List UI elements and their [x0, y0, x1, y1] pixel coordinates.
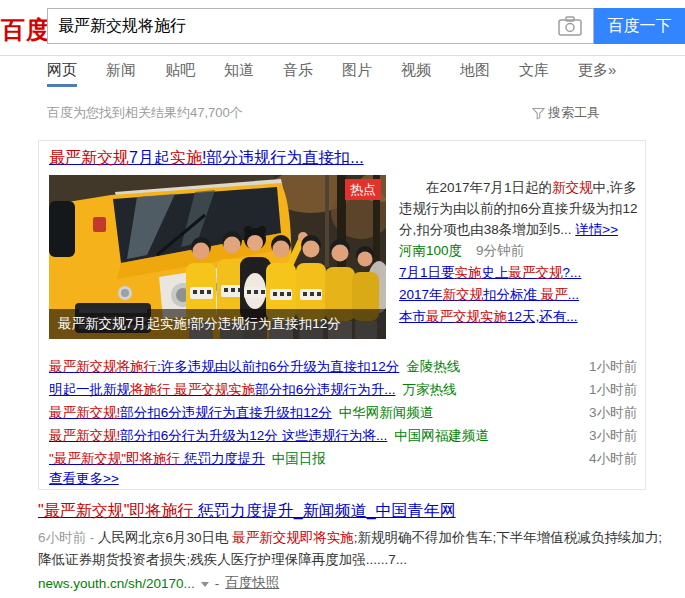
- news-link[interactable]: 明起一批新规将施行 最严交规实施部分扣6分违规行为升...: [49, 378, 396, 401]
- vertical-nav-tabs: 网页 新闻 贴吧 知道 音乐 图片 视频 地图 文库 更多»: [47, 56, 616, 87]
- tab-news[interactable]: 新闻: [106, 56, 136, 87]
- related-link[interactable]: 2017年新交规扣分标准 最严...: [399, 287, 579, 302]
- view-more-link[interactable]: 查看更多>>: [49, 470, 119, 488]
- featured-image[interactable]: 热点 最严新交规7月起实施!部分违规行为直接扣12分: [49, 175, 386, 339]
- tab-maps[interactable]: 地图: [460, 56, 490, 87]
- results-info-bar: 百度为您找到相关结果约47,700个 搜索工具: [47, 104, 600, 122]
- featured-result-title[interactable]: 最严新交规7月起实施!部分违规行为直接扣...: [49, 148, 364, 169]
- search-input[interactable]: [48, 9, 558, 43]
- separator: -: [215, 576, 220, 591]
- search-tools-label: 搜索工具: [548, 104, 600, 122]
- image-caption: 最严新交规7月起实施!部分违规行为直接扣12分: [49, 309, 386, 339]
- featured-meta: 河南100度9分钟前: [399, 240, 639, 262]
- tab-images[interactable]: 图片: [342, 56, 372, 87]
- tab-zhidao[interactable]: 知道: [224, 56, 254, 87]
- news-source: 中国网福建频道: [394, 424, 489, 447]
- result-url-row: news.youth.cn/sh/20170... - 百度快照: [38, 574, 665, 592]
- news-row: 最严新交规!部分扣6分行为升级为12分 这些违规行为将... 中国网福建频道 3…: [49, 424, 637, 447]
- featured-source: 河南100度: [399, 243, 462, 258]
- news-row: 最严新交规将施行:许多违规由以前扣6分升级为直接扣12分 金陵热线 1小时前: [49, 355, 637, 378]
- news-row: 明起一批新规将施行 最严交规实施部分扣6分违规行为升... 万家热线 1小时前: [49, 378, 637, 401]
- hot-badge: 热点: [345, 179, 381, 200]
- news-time: 1小时前: [589, 355, 637, 378]
- result-url: news.youth.cn/sh/20170...: [38, 576, 195, 591]
- news-link[interactable]: "最严新交规"即将施行 惩罚力度提升: [49, 447, 265, 470]
- news-link[interactable]: 最严新交规!部分扣6分行为升级为12分 这些违规行为将...: [49, 424, 387, 447]
- news-source: 中国日报: [272, 447, 326, 470]
- related-link[interactable]: 7月1日要实施史上最严交规?...: [399, 265, 581, 280]
- news-time: 3小时前: [589, 424, 637, 447]
- news-time: 4小时前: [589, 447, 637, 470]
- tab-web[interactable]: 网页: [47, 56, 77, 87]
- result-title[interactable]: "最严新交规"即将施行 惩罚力度提升_新闻频道_中国青年网: [38, 500, 456, 522]
- baidu-logo[interactable]: 百度: [1, 14, 51, 46]
- results-count: 百度为您找到相关结果约47,700个: [47, 104, 243, 122]
- news-source: 中华网新闻频道: [339, 401, 434, 424]
- tab-more[interactable]: 更多»: [578, 56, 616, 87]
- filter-icon: [532, 107, 545, 120]
- news-row: "最严新交规"即将施行 惩罚力度提升 中国日报 4小时前: [49, 447, 637, 470]
- camera-icon[interactable]: [558, 16, 582, 36]
- featured-summary: 在2017年7月1日起的新交规中,许多违规行为由以前的扣6分直接升级为扣12分,…: [399, 177, 639, 240]
- featured-summary-column: 在2017年7月1日起的新交规中,许多违规行为由以前的扣6分直接升级为扣12分,…: [399, 177, 639, 328]
- tab-wenku[interactable]: 文库: [519, 56, 549, 87]
- result-snippet: 6小时前 - 人民网北京6月30日电 最严新交规即将实施;新规明确不得加价售车;…: [38, 527, 665, 571]
- search-button[interactable]: 百度一下: [594, 8, 685, 44]
- news-list: 最严新交规将施行:许多违规由以前扣6分升级为直接扣12分 金陵热线 1小时前 明…: [49, 355, 637, 470]
- news-link[interactable]: 最严新交规将施行:许多违规由以前扣6分升级为直接扣12分: [49, 355, 399, 378]
- news-source: 金陵热线: [406, 355, 460, 378]
- organic-result: "最严新交规"即将施行 惩罚力度提升_新闻频道_中国青年网 6小时前 - 人民网…: [38, 500, 665, 592]
- detail-link[interactable]: 详情>>: [575, 222, 618, 237]
- featured-time: 9分钟前: [476, 243, 524, 258]
- search-box: [47, 8, 594, 44]
- news-link[interactable]: 最严新交规!部分扣6分违规行为直接升级扣12分: [49, 401, 332, 424]
- news-row: 最严新交规!部分扣6分违规行为直接升级扣12分 中华网新闻频道 3小时前: [49, 401, 637, 424]
- tab-music[interactable]: 音乐: [283, 56, 313, 87]
- baidu-cache-link[interactable]: 百度快照: [225, 574, 279, 592]
- tab-tieba[interactable]: 贴吧: [165, 56, 195, 87]
- news-source: 万家热线: [403, 378, 457, 401]
- featured-result-card: 最严新交规7月起实施!部分违规行为直接扣...: [38, 140, 646, 490]
- news-time: 1小时前: [589, 378, 637, 401]
- news-time: 3小时前: [589, 401, 637, 424]
- tab-video[interactable]: 视频: [401, 56, 431, 87]
- related-link[interactable]: 本市最严交规实施12天,还有...: [399, 309, 578, 324]
- caret-down-icon[interactable]: [201, 582, 209, 587]
- search-tools-button[interactable]: 搜索工具: [532, 104, 600, 122]
